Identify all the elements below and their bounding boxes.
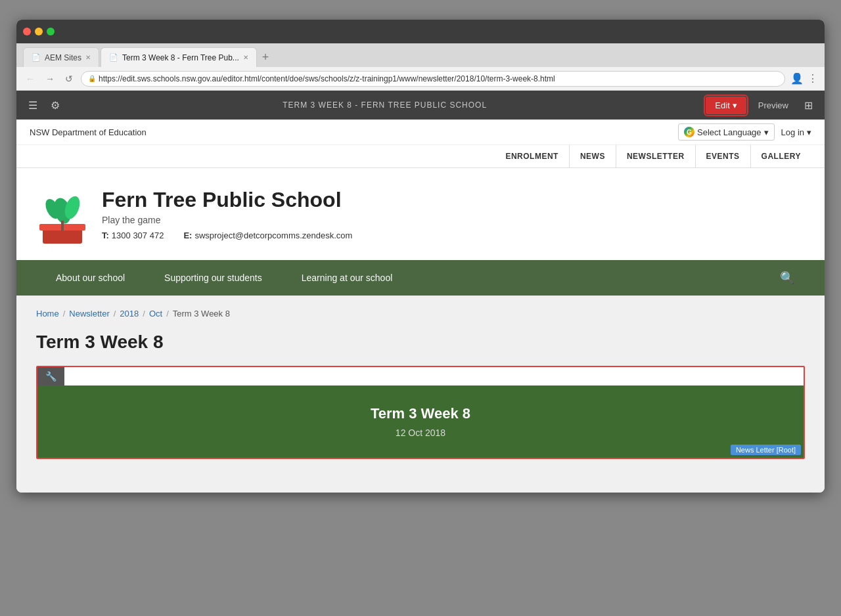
preview-button[interactable]: Preview — [752, 97, 795, 114]
nav-events[interactable]: EVENTS — [695, 145, 750, 167]
address-bar: ← → ↺ 🔒 https://edit.sws.schools.nsw.gov… — [16, 67, 825, 91]
content-area: Home / Newsletter / 2018 / Oct / Term 3 … — [16, 296, 825, 493]
back-button[interactable]: ← — [23, 72, 37, 85]
google-icon: G — [684, 127, 694, 137]
newsletter-component: 🔧 Term 3 Week 8 12 Oct 2018 News Letter … — [36, 366, 805, 459]
component-label: News Letter [Root] — [731, 445, 801, 455]
tab-bar: 📄 AEM Sites ✕ 📄 Term 3 Week 8 - Fern Tre… — [16, 43, 825, 67]
school-tagline: Play the game — [102, 215, 352, 225]
breadcrumb-2018[interactable]: 2018 — [120, 309, 139, 319]
edit-button[interactable]: Edit ▾ — [706, 97, 746, 114]
school-name: Fern Tree Public School — [102, 188, 352, 212]
newsletter-title: Term 3 Week 8 — [51, 405, 790, 422]
browser-window: 📄 AEM Sites ✕ 📄 Term 3 Week 8 - Fern Tre… — [16, 20, 825, 493]
tab-label-active: Term 3 Week 8 - Fern Tree Pub... — [122, 53, 239, 62]
tab-close-active[interactable]: ✕ — [243, 54, 248, 61]
url-text: https://edit.sws.schools.nsw.gov.au/edit… — [99, 74, 555, 83]
breadcrumb-oct[interactable]: Oct — [149, 309, 162, 319]
phone-number: 1300 307 472 — [112, 231, 164, 240]
nav-enrolment[interactable]: ENROLMENT — [495, 145, 569, 167]
school-logo — [36, 181, 89, 247]
school-email: E: swsproject@detcorpcomms.zendesk.com — [183, 231, 352, 240]
lock-icon: 🔒 — [88, 75, 96, 82]
component-settings-button[interactable]: 🔧 — [41, 370, 60, 383]
title-bar — [16, 20, 825, 43]
tab-aem-sites[interactable]: 📄 AEM Sites ✕ — [23, 47, 99, 67]
tab-close-btn[interactable]: ✕ — [85, 54, 91, 61]
breadcrumb-sep-2: / — [114, 309, 116, 319]
url-bar[interactable]: 🔒 https://edit.sws.schools.nsw.gov.au/ed… — [81, 71, 785, 87]
preview-label: Preview — [758, 100, 788, 110]
edit-chevron: ▾ — [733, 100, 737, 110]
login-label: Log in — [781, 127, 804, 137]
main-nav: About our school Supporting our students… — [16, 260, 825, 296]
top-nav: ENROLMENT NEWS NEWSLETTER EVENTS GALLERY — [16, 145, 825, 168]
email-address: swsproject@detcorpcomms.zendesk.com — [194, 231, 352, 240]
tab-page-icon-2: 📄 — [109, 53, 118, 62]
cms-extra-button[interactable]: ⊞ — [800, 97, 817, 114]
lang-chevron: ▾ — [764, 127, 769, 137]
breadcrumb-sep-1: / — [63, 309, 66, 319]
nav-news[interactable]: NEWS — [569, 145, 616, 167]
component-toolbar: 🔧 — [37, 367, 64, 385]
reload-button[interactable]: ↺ — [62, 72, 76, 85]
tab-page-icon: 📄 — [32, 53, 41, 62]
school-identity: Fern Tree Public School Play the game T:… — [16, 168, 825, 260]
newsletter-date: 12 Oct 2018 — [51, 428, 790, 438]
tab-label: AEM Sites — [45, 53, 81, 62]
phone-label: T: — [102, 231, 109, 240]
cms-page-title: TERM 3 WEEK 8 - FERN TREE PUBLIC SCHOOL — [69, 100, 700, 110]
close-dot[interactable] — [23, 28, 31, 35]
breadcrumb-home[interactable]: Home — [36, 309, 59, 319]
browser-actions: 👤 ⋮ — [790, 72, 818, 85]
breadcrumb-sep-4: / — [166, 309, 169, 319]
sidebar-toggle-button[interactable]: ☰ — [24, 97, 41, 114]
school-info: Fern Tree Public School Play the game T:… — [102, 188, 352, 240]
top-nav-links: ENROLMENT NEWS NEWSLETTER EVENTS GALLERY — [495, 145, 811, 167]
header-right: G Select Language ▾ Log in ▾ — [678, 123, 811, 141]
login-chevron: ▾ — [807, 127, 811, 137]
main-nav-supporting[interactable]: Supporting our students — [145, 262, 282, 294]
select-language-dropdown[interactable]: G Select Language ▾ — [678, 123, 775, 141]
nav-newsletter[interactable]: NEWSLETTER — [616, 145, 695, 167]
select-language-label: Select Language — [697, 127, 761, 137]
cms-toolbar: ☰ ⚙ TERM 3 WEEK 8 - FERN TREE PUBLIC SCH… — [16, 91, 825, 120]
settings-button[interactable]: ⚙ — [47, 97, 64, 114]
email-label: E: — [183, 231, 192, 240]
tab-newsletter[interactable]: 📄 Term 3 Week 8 - Fern Tree Pub... ✕ — [101, 47, 257, 67]
minimize-dot[interactable] — [35, 28, 43, 35]
svg-rect-5 — [61, 221, 64, 231]
dept-name: NSW Department of Education — [30, 127, 147, 137]
school-phone: T: 1300 307 472 — [102, 231, 164, 240]
login-button[interactable]: Log in ▾ — [781, 127, 811, 137]
edit-label: Edit — [715, 100, 729, 110]
forward-button[interactable]: → — [43, 72, 57, 85]
page-title: Term 3 Week 8 — [36, 332, 805, 353]
newsletter-header: Term 3 Week 8 12 Oct 2018 — [37, 385, 804, 458]
menu-icon[interactable]: ⋮ — [807, 72, 818, 85]
nav-gallery[interactable]: GALLERY — [750, 145, 811, 167]
main-nav-about[interactable]: About our school — [36, 262, 145, 294]
site-header-bar: NSW Department of Education G Select Lan… — [16, 120, 825, 145]
breadcrumb-sep-3: / — [143, 309, 145, 319]
new-tab-button[interactable]: + — [258, 51, 273, 64]
breadcrumb-newsletter[interactable]: Newsletter — [69, 309, 109, 319]
main-nav-links: About our school Supporting our students… — [36, 262, 769, 294]
school-contact: T: 1300 307 472 E: swsproject@detcorpcom… — [102, 231, 352, 240]
breadcrumb-current: Term 3 Week 8 — [173, 309, 230, 319]
profile-icon[interactable]: 👤 — [790, 72, 804, 85]
breadcrumb: Home / Newsletter / 2018 / Oct / Term 3 … — [36, 309, 805, 319]
main-nav-learning[interactable]: Learning at our school — [282, 262, 413, 294]
maximize-dot[interactable] — [47, 28, 55, 35]
search-icon[interactable]: 🔍 — [769, 260, 805, 296]
